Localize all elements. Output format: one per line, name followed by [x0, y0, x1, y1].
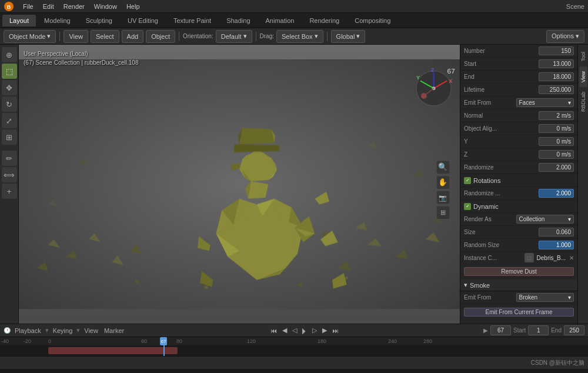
start-frame-display[interactable]: 1	[528, 325, 549, 335]
timeline-bar-red	[48, 347, 178, 354]
number-input[interactable]	[539, 46, 574, 55]
smoke-section-label: Smoke	[470, 282, 490, 289]
next-keyframe-btn[interactable]: ▷	[310, 326, 319, 335]
drag-dropdown[interactable]: Select Box ▾	[276, 30, 323, 43]
playhead[interactable]: 67	[160, 337, 167, 345]
menu-window[interactable]: Window	[90, 2, 121, 11]
current-frame-label: ▶	[483, 327, 488, 334]
vtab-rbdlab[interactable]: RBDLab	[579, 87, 587, 116]
frame-controls: ▶ 67 Start 1 End 250	[483, 325, 584, 335]
end-frame-display[interactable]: 250	[564, 325, 584, 335]
tab-shading[interactable]: Shading	[219, 15, 257, 26]
menu-help[interactable]: Help	[122, 2, 144, 11]
vtab-view[interactable]: View	[579, 66, 587, 87]
sep1	[59, 32, 60, 41]
emit-frame-container: Emit From Current Frame	[460, 304, 577, 320]
menu-edit[interactable]: Edit	[39, 2, 58, 11]
viewport[interactable]: X Y Z 🔍	[19, 45, 460, 324]
instance-label: Instance C...	[464, 255, 523, 261]
jump-end-btn[interactable]: ⏭	[330, 327, 340, 335]
menu-file[interactable]: File	[19, 2, 38, 11]
emit-frame-btn[interactable]: Emit From Current Frame	[464, 308, 574, 317]
tab-layout[interactable]: Layout	[2, 15, 36, 26]
object-align-row: Object Alig...	[460, 122, 577, 135]
svg-text:⊞: ⊞	[440, 209, 446, 216]
status-bar: CSDN @新钰中之脑	[0, 356, 588, 369]
tab-animation[interactable]: Animation	[259, 15, 302, 26]
lifetime-input[interactable]	[539, 85, 574, 94]
randomize-val-input[interactable]	[539, 189, 574, 198]
tab-sculpting[interactable]: Sculpting	[79, 15, 119, 26]
object-menu[interactable]: Object	[146, 30, 175, 43]
object-align-input[interactable]	[539, 124, 574, 133]
move-tool[interactable]: ✥	[2, 80, 17, 95]
smoke-emit-from-dropdown[interactable]: Broken ▾	[516, 293, 574, 302]
options-btn[interactable]: Options ▾	[546, 30, 584, 43]
start-input[interactable]	[539, 59, 574, 68]
random-size-row: Random Size	[460, 239, 577, 252]
y-label: Y	[464, 138, 539, 145]
annotate-tool[interactable]: ✏	[2, 151, 17, 166]
number-label: Number	[464, 48, 539, 54]
rotate-tool[interactable]: ↻	[2, 96, 17, 112]
rotations-checkbox[interactable]: ✓ Rotations	[464, 177, 500, 184]
tab-uv-editing[interactable]: UV Editing	[121, 15, 165, 26]
next-frame-btn[interactable]: ▶	[320, 326, 329, 335]
rotations-check-icon: ✓	[464, 177, 471, 184]
select-menu[interactable]: Select	[91, 30, 119, 43]
scale-tool[interactable]: ⤢	[2, 113, 17, 128]
z-input[interactable]	[539, 150, 574, 159]
transform-dropdown[interactable]: Global ▾	[331, 30, 366, 43]
normal-input[interactable]	[539, 111, 574, 120]
tab-texture-paint[interactable]: Texture Paint	[166, 15, 218, 26]
render-as-dropdown[interactable]: Collection ▾	[516, 215, 574, 224]
playback-menu[interactable]: Playback	[13, 327, 43, 335]
svg-text:67: 67	[447, 68, 455, 76]
tl-num-neg20: -20	[24, 338, 31, 344]
main-area: ⊕ ⬚ ✥ ↻ ⤢ ⊞ ✏ ⟺ +	[0, 45, 588, 324]
dynamic-check-icon: ✓	[464, 203, 471, 210]
instance-remove-icon[interactable]: ✕	[569, 255, 574, 261]
end-row: End	[460, 71, 577, 84]
add-tool[interactable]: +	[2, 184, 17, 199]
tab-rendering[interactable]: Rendering	[302, 15, 346, 26]
right-vtabs: Tool View RBDLab	[577, 45, 588, 324]
tab-modeling[interactable]: Modeling	[37, 15, 78, 26]
prev-frame-btn[interactable]: ◀	[280, 326, 289, 335]
emit-from-dropdown[interactable]: Faces ▾	[516, 98, 574, 107]
prev-keyframe-btn[interactable]: ◁	[290, 326, 299, 335]
vtab-tool[interactable]: Tool	[579, 47, 587, 66]
y-input[interactable]	[539, 137, 574, 146]
smoke-section-header[interactable]: ▾ Smoke	[460, 279, 577, 291]
tab-compositing[interactable]: Compositing	[348, 15, 397, 26]
randomize-input[interactable]	[539, 163, 574, 172]
add-menu[interactable]: Add	[122, 30, 144, 43]
view-menu[interactable]: View	[64, 30, 88, 43]
svg-text:📷: 📷	[439, 194, 447, 202]
measure-tool[interactable]: ⟺	[2, 167, 17, 182]
remove-dust-btn[interactable]: Remove Dust	[464, 267, 574, 276]
orientation-label: Orientation:	[183, 33, 213, 39]
scene-svg: X Y Z 🔍	[19, 45, 460, 324]
size-input[interactable]	[539, 228, 574, 237]
transform-tool[interactable]: ⊞	[2, 129, 17, 145]
timeline-area: 🕐 Playback ▾ Keying ▾ View Marker ⏮ ◀ ◁ …	[0, 324, 588, 356]
menu-render[interactable]: Render	[59, 2, 89, 11]
current-frame-display[interactable]: 67	[490, 325, 511, 335]
timeline-icon[interactable]: 🕐	[4, 327, 11, 334]
jump-start-btn[interactable]: ⏮	[269, 327, 279, 335]
play-btn[interactable]: ⏵	[300, 326, 309, 335]
z-label: Z	[464, 151, 539, 158]
orientation-dropdown[interactable]: Default ▾	[216, 30, 252, 43]
timeline-view-menu[interactable]: View	[82, 327, 100, 335]
keying-menu[interactable]: Keying	[51, 327, 75, 335]
timeline-track[interactable]: -40 -20 0 60 80 120 180 240 280 67	[0, 337, 588, 356]
marker-menu[interactable]: Marker	[102, 327, 126, 335]
cursor-tool[interactable]: ⊕	[2, 47, 17, 62]
random-size-input[interactable]	[539, 241, 574, 249]
remove-dust-container: Remove Dust	[460, 264, 577, 279]
end-input[interactable]	[539, 72, 574, 81]
select-tool[interactable]: ⬚	[2, 64, 17, 79]
dynamic-checkbox[interactable]: ✓ Dynamic	[464, 203, 499, 210]
mode-dropdown[interactable]: Object Mode ▾	[4, 30, 56, 43]
